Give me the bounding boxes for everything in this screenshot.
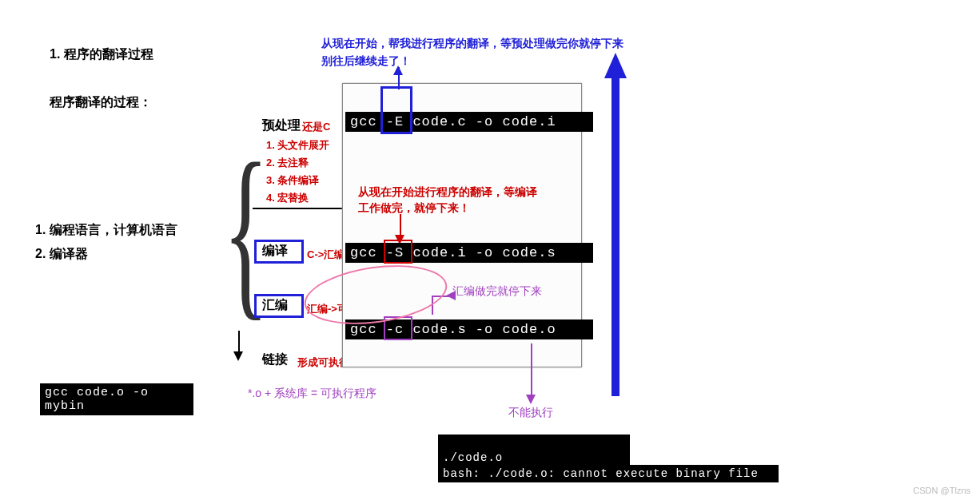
pre-item-2: 2. 去注释: [266, 156, 309, 170]
stage-link: 链接: [262, 351, 288, 368]
preprocess-note: 还是C: [302, 120, 330, 134]
cant-exec-label: 不能执行: [508, 406, 553, 420]
red-note-2: 工作做完，就停下来！: [358, 201, 470, 216]
term-top: [438, 435, 630, 450]
term-line1: ./code.o: [438, 449, 630, 466]
term-line2: bash: ./code.o: cannot execute binary fi…: [438, 465, 779, 482]
flag-E-frame: [380, 86, 412, 134]
pre-item-1: 1. 头文件展开: [266, 138, 329, 153]
blue-arrow-head: [393, 65, 403, 75]
blue-note-line1: 从现在开始，帮我进行程序的翻译，等预处理做完你就停下来: [321, 37, 623, 51]
purple-note: 汇编做完就停下来: [452, 284, 542, 299]
compile-note: C->汇编: [307, 248, 345, 262]
left-list-2: 2. 编译器: [35, 246, 88, 263]
title-sub: 程序翻译的过程：: [50, 94, 152, 111]
pre-item-3: 3. 条件编译: [266, 173, 319, 188]
red-note-1: 从现在开始进行程序的翻译，等编译: [358, 185, 537, 200]
divider-line-1: [253, 208, 342, 209]
pre-item-4: 4. 宏替换: [266, 191, 309, 205]
flag-S-frame: [384, 240, 412, 264]
watermark: CSDN @Tlzns: [913, 486, 970, 495]
cant-arrow-head: [526, 395, 536, 404]
red-arrow-stem: [400, 214, 401, 236]
title-main: 1. 程序的翻译过程: [50, 46, 153, 63]
left-list-1: 1. 编程语言，计算机语言: [35, 222, 177, 239]
link-arrow-stem: [238, 331, 240, 351]
big-arrow-head: [604, 53, 627, 78]
cmd-assemble: gcc -c code.s -o code.o: [345, 319, 593, 339]
link-arrow-head: [233, 351, 243, 361]
stage-compile: 编译: [262, 243, 288, 260]
cant-arrow-stem: [531, 343, 532, 396]
stage-preprocess: 预处理: [262, 117, 301, 134]
cmd-compile: gcc -S code.i -o code.s: [345, 243, 593, 263]
big-arrow-stem: [612, 77, 619, 396]
stage-asm: 汇编: [262, 297, 288, 314]
purple-arrow-head: [446, 291, 456, 300]
cmd-link: gcc code.o -o mybin: [40, 383, 193, 415]
lib-note: *.o + 系统库 = 可执行程序: [248, 387, 376, 401]
